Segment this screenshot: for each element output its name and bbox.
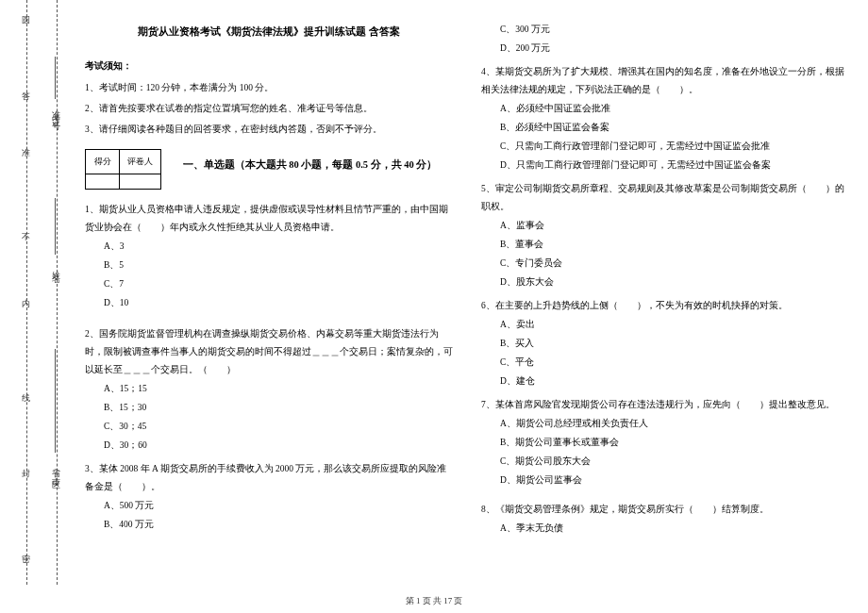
spine-char: 不 [20,226,32,232]
field-underline [55,349,56,453]
option: B、董事会 [500,236,849,254]
option: C、专门委员会 [500,255,849,273]
option: D、30；60 [104,437,453,455]
question-stem: 7、某体首席风险官发现期货公司存在违法违规行为，应先向（ ）提出整改意见。 [481,396,849,414]
score-section-row: 得分 评卷人 一、单选题（本大题共 80 小题，每题 0.5 分，共 40 分） [85,141,453,195]
option: A、3 [104,238,453,256]
option: C、7 [104,275,453,293]
exam-title: 期货从业资格考试《期货法律法规》提升训练试题 含答案 [85,21,453,42]
option: D、建仓 [500,373,849,390]
field-underline [55,57,56,99]
column-left: 期货从业资格考试《期货法律法规》提升训练试题 含答案 考试须知： 1、考试时间：… [85,17,453,538]
notice-heading: 考试须知： [85,56,453,75]
section-heading: 一、单选题（本大题共 80 小题，每题 0.5 分，共 40 分） [183,155,438,175]
field-label-exam-id: 准考证号 [50,104,62,119]
option: B、必须经中国证监会备案 [500,119,849,137]
spine-char: 答 [20,85,32,91]
option: D、200 万元 [500,40,849,58]
score-cell-label: 得分 [86,149,120,174]
option: C、期货公司股东大会 [500,453,849,471]
option: A、监事会 [500,217,849,235]
question-stem: 4、某期货交易所为了扩大规模、增强其在国内的知名度，准备在外地设立一分所，根据相… [481,63,849,99]
question-stem: 8、《期货交易管理条例》规定，期货交易所实行（ ）结算制度。 [481,501,849,519]
page-footer: 第 1 页 共 17 页 [0,595,868,607]
option: A、季末无负债 [500,520,849,538]
option: B、15；30 [104,399,453,417]
option: A、15；15 [104,380,453,398]
question-options-continued: C、300 万元 D、200 万元 [481,21,849,58]
spine-char: 线 [20,387,32,392]
spine-char: 封 [20,462,32,468]
option: D、只需向工商行政管理部门登记即可，无需经过中国证监会备案 [500,157,849,174]
spine-char: 圆 [20,9,32,15]
spine-char: 密 [20,547,32,553]
score-cell-blank [86,174,120,189]
notice-item: 3、请仔细阅读各种题目的回答要求，在密封线内答题，否则不予评分。 [85,121,453,140]
field-underline [55,198,56,255]
field-label-name: 姓名 [50,264,62,272]
option: D、10 [104,294,453,312]
option: C、只需向工商行政管理部门登记即可，无需经过中国证监会批准 [500,138,849,156]
option: B、买入 [500,335,849,353]
spine-char: 准 [20,141,32,147]
option: C、平仓 [500,354,849,372]
field-label-province: 省（市区） [50,462,62,481]
question-options: A、卖出 B、买入 C、平仓 D、建仓 [481,316,849,390]
notice-item: 2、请首先按要求在试卷的指定位置填写您的姓名、准考证号等信息。 [85,100,453,119]
question-options: A、季末无负债 [481,520,849,538]
grader-cell-blank [120,174,161,189]
question-options: A、3 B、5 C、7 D、10 [85,238,453,312]
question-stem: 1、期货从业人员资格申请人违反规定，提供虚假或误导性材料且情节严重的，由中国期货… [85,201,453,237]
binding-dashed-line-inner [57,0,58,585]
question-options: A、必须经中国证监会批准 B、必须经中国证监会备案 C、只需向工商行政管理部门登… [481,100,849,174]
option: D、期货公司监事会 [500,472,849,489]
grader-cell-label: 评卷人 [120,149,161,174]
question-stem: 6、在主要的上升趋势线的上侧（ ），不失为有效的时机抉择的对策。 [481,297,849,315]
option: A、500 万元 [104,497,453,515]
question-stem: 3、某体 2008 年 A 期货交易所的手续费收入为 2000 万元，那么该交易… [85,460,453,496]
option: B、5 [104,257,453,274]
question-stem: 2、国务院期货监督管理机构在调查操纵期货交易价格、内幕交易等重大期货违法行为时，… [85,325,453,379]
option: A、必须经中国证监会批准 [500,100,849,118]
option: A、卖出 [500,316,849,334]
question-options: A、15；15 B、15；30 C、30；45 D、30；60 [85,380,453,455]
question-options: A、500 万元 B、400 万元 [85,497,453,534]
spine-char: 内 [20,292,32,298]
page-content: 期货从业资格考试《期货法律法规》提升训练试题 含答案 考试须知： 1、考试时间：… [85,17,849,538]
option: A、期货公司总经理或相关负责任人 [500,415,849,433]
column-right: C、300 万元 D、200 万元 4、某期货交易所为了扩大规模、增强其在国内的… [481,17,849,538]
option: C、300 万元 [500,21,849,39]
question-options: A、期货公司总经理或相关负责任人 B、期货公司董事长或董事会 C、期货公司股东大… [481,415,849,489]
binding-margin: 圆 答 准 不 内 线 封 密 准考证号 姓名 省（市区） [0,0,75,585]
question-stem: 5、审定公司制期货交易所章程、交易规则及其修改草案是公司制期货交易所（ ）的职权… [481,180,849,216]
score-table: 得分 评卷人 [85,149,161,190]
option: D、股东大会 [500,273,849,291]
option: B、期货公司董事长或董事会 [500,434,849,452]
notice-item: 1、考试时间：120 分钟，本卷满分为 100 分。 [85,79,453,98]
question-options: A、监事会 B、董事会 C、专门委员会 D、股东大会 [481,217,849,291]
option: C、30；45 [104,418,453,436]
option: B、400 万元 [104,516,453,534]
